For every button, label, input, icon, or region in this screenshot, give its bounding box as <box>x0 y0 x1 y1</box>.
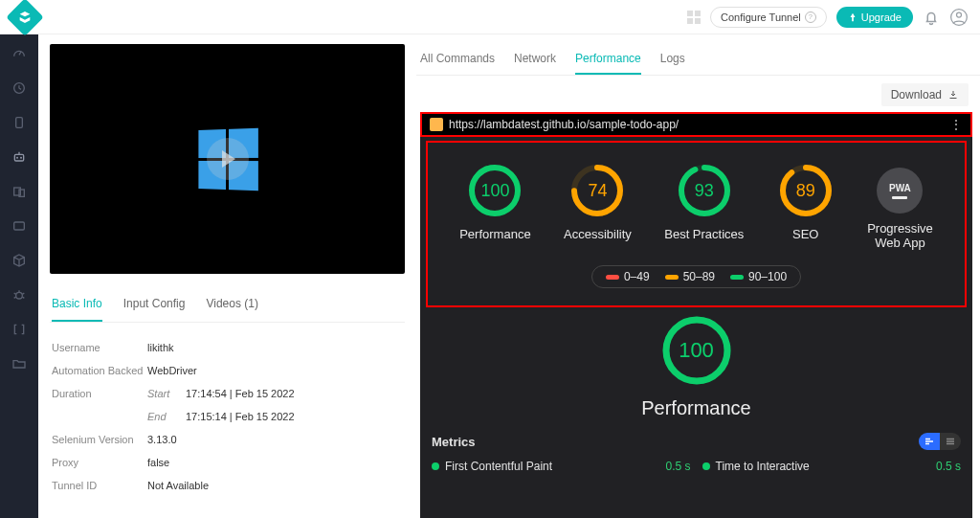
score-best-practices-label: Best Practices <box>664 227 744 241</box>
tab-videos[interactable]: Videos (1) <box>206 287 257 322</box>
download-button[interactable]: Download <box>881 83 969 106</box>
upgrade-button[interactable]: Upgrade <box>836 7 913 28</box>
duration-label: Duration <box>52 388 147 399</box>
sidebar-item-robot[interactable] <box>0 142 38 172</box>
sidebar-item-settings[interactable] <box>0 211 38 241</box>
proxy-value: false <box>147 457 169 468</box>
sidebar-item-devices[interactable] <box>0 176 38 207</box>
more-options-icon[interactable]: ⋮ <box>949 118 963 131</box>
automation-backed-value: WebDriver <box>147 365 197 376</box>
start-value: 17:14:54 | Feb 15 2022 <box>186 388 295 399</box>
upgrade-label: Upgrade <box>861 11 902 23</box>
end-value: 17:15:14 | Feb 15 2022 <box>186 411 295 422</box>
score-seo-label: SEO <box>777 227 835 241</box>
view-toggle-list-icon[interactable] <box>940 433 961 450</box>
sidebar-item-device[interactable] <box>0 107 38 138</box>
legend-low-label: 0–49 <box>624 270 650 283</box>
info-tabs: Basic Info Input Config Videos (1) <box>50 287 405 323</box>
metrics-row: First Contentful Paint 0.5 s Time to Int… <box>420 454 972 473</box>
configure-tunnel-button[interactable]: Configure Tunnel ? <box>710 7 827 28</box>
help-icon: ? <box>805 11 816 23</box>
tab-performance[interactable]: Performance <box>575 44 641 75</box>
sidebar-item-clock[interactable] <box>0 73 38 103</box>
report-url: https://lambdatest.github.io/sample-todo… <box>449 118 679 131</box>
tab-network[interactable]: Network <box>514 44 556 75</box>
score-row: 100 Performance 74 Accessibility 93 Best… <box>428 143 965 261</box>
left-panel: Basic Info Input Config Videos (1) Usern… <box>38 34 416 518</box>
svg-rect-4 <box>14 154 23 161</box>
svg-point-10 <box>16 292 23 299</box>
score-pwa-label: Progressive Web App <box>867 221 933 250</box>
score-performance-value: 100 <box>466 162 523 219</box>
metric-fcp: First Contentful Paint 0.5 s <box>432 460 691 473</box>
legend-mid-swatch <box>665 275 679 280</box>
notifications-icon[interactable] <box>923 9 940 26</box>
download-icon <box>947 89 959 101</box>
status-dot-icon <box>702 462 710 470</box>
score-performance-label: Performance <box>459 227 530 241</box>
apps-grid-icon[interactable] <box>687 11 701 24</box>
legend-high-swatch <box>730 275 744 280</box>
metrics-heading: Metrics <box>432 435 476 449</box>
right-panel: All Commands Network Performance Logs Do… <box>416 34 980 518</box>
score-best-practices-value: 93 <box>676 162 733 219</box>
play-icon[interactable] <box>207 138 249 180</box>
start-label: Start <box>147 388 186 399</box>
lighthouse-icon <box>430 118 443 131</box>
svg-point-6 <box>20 157 22 159</box>
tab-all-commands[interactable]: All Commands <box>420 44 495 75</box>
big-score-label: Performance <box>420 397 972 419</box>
score-performance[interactable]: 100 Performance <box>459 162 530 250</box>
tunnel-id-label: Tunnel ID <box>52 480 147 491</box>
svg-point-5 <box>16 157 18 159</box>
tab-basic-info[interactable]: Basic Info <box>52 287 102 322</box>
tab-input-config[interactable]: Input Config <box>123 287 186 322</box>
view-toggle-bars-icon[interactable] <box>919 433 940 450</box>
results-tabs: All Commands Network Performance Logs <box>416 44 980 76</box>
top-bar: Configure Tunnel ? Upgrade <box>0 0 980 34</box>
metric-tti: Time to Interactive 0.5 s <box>702 460 962 473</box>
sidebar-item-cube[interactable] <box>0 245 38 276</box>
basic-info-table: Usernamelikithk Automation BackedWebDriv… <box>50 323 405 497</box>
status-dot-icon <box>432 462 439 470</box>
performance-detail: 100 Performance <box>420 307 972 419</box>
svg-rect-9 <box>14 222 25 230</box>
score-best-practices[interactable]: 93 Best Practices <box>664 162 744 250</box>
lighthouse-report: https://lambdatest.github.io/sample-todo… <box>420 112 972 518</box>
score-legend: 0–49 50–89 90–100 <box>591 265 801 288</box>
legend-low-swatch <box>606 275 619 280</box>
big-score-value: 100 <box>659 313 734 388</box>
brand-logo <box>6 0 44 35</box>
selenium-version-label: Selenium Version <box>52 434 147 445</box>
report-url-bar: https://lambdatest.github.io/sample-todo… <box>420 112 972 137</box>
legend-high-label: 90–100 <box>748 270 787 283</box>
score-seo-value: 89 <box>777 162 835 219</box>
proxy-label: Proxy <box>52 457 147 468</box>
metrics-view-toggle[interactable] <box>919 433 961 450</box>
tab-logs[interactable]: Logs <box>660 44 685 75</box>
score-pwa[interactable]: PWA Progressive Web App <box>867 162 933 250</box>
sidebar-item-folder[interactable] <box>0 349 38 379</box>
profile-icon[interactable] <box>949 8 969 27</box>
score-seo[interactable]: 89 SEO <box>777 162 835 250</box>
legend-mid-label: 50–89 <box>683 270 715 283</box>
username-value: likithk <box>147 342 174 353</box>
automation-backed-label: Automation Backed <box>52 365 147 376</box>
download-label: Download <box>891 88 942 101</box>
upgrade-arrow-icon <box>848 12 858 22</box>
pwa-badge-icon: PWA <box>877 168 923 214</box>
tunnel-id-value: Not Available <box>147 480 209 491</box>
score-accessibility-label: Accessibility <box>564 227 632 241</box>
sidebar-item-gauge[interactable] <box>0 38 38 69</box>
username-label: Username <box>52 342 147 353</box>
end-label: End <box>147 411 186 422</box>
metric-fcp-value: 0.5 s <box>665 460 690 473</box>
score-accessibility[interactable]: 74 Accessibility <box>564 162 632 250</box>
score-accessibility-value: 74 <box>568 162 626 219</box>
scores-highlight: 100 Performance 74 Accessibility 93 Best… <box>426 141 967 307</box>
svg-rect-3 <box>16 118 23 128</box>
sidebar-item-bug[interactable] <box>0 280 38 310</box>
left-sidebar <box>0 34 38 518</box>
sidebar-item-brackets[interactable] <box>0 314 38 345</box>
video-preview[interactable] <box>50 44 405 274</box>
